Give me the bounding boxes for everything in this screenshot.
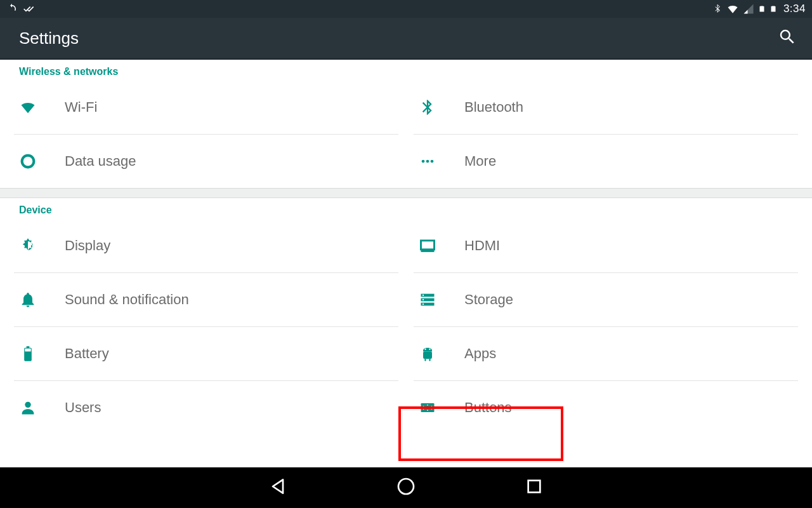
section-divider xyxy=(0,188,812,198)
nav-home-button[interactable] xyxy=(396,476,416,499)
svg-point-20 xyxy=(398,479,414,494)
settings-item-hdmi[interactable]: HDMI xyxy=(414,218,798,272)
svg-point-0 xyxy=(22,156,34,168)
status-bar: 3:34 xyxy=(0,0,812,18)
refresh-icon xyxy=(6,3,18,15)
search-button[interactable] xyxy=(778,27,797,49)
bluetooth-icon xyxy=(419,98,464,116)
double-check-icon xyxy=(23,3,36,15)
apps-icon xyxy=(419,345,464,363)
item-label: Sound & notification xyxy=(65,291,189,308)
users-icon xyxy=(19,399,65,417)
item-label: Display xyxy=(65,237,110,254)
item-label: Buttons xyxy=(464,399,512,416)
section-header-wireless: Wireless & networks xyxy=(0,60,812,80)
data-usage-icon xyxy=(19,152,65,170)
settings-item-sound[interactable]: Sound & notification xyxy=(14,272,398,326)
battery-icon xyxy=(19,345,65,363)
svg-point-9 xyxy=(422,295,424,296)
nav-back-button[interactable] xyxy=(268,476,288,499)
settings-item-storage[interactable]: Storage xyxy=(414,272,798,326)
more-icon xyxy=(419,152,464,170)
cell-signal-icon xyxy=(743,3,754,15)
item-label: More xyxy=(464,153,496,170)
item-label: Wi-Fi xyxy=(65,99,97,116)
svg-point-15 xyxy=(429,349,430,350)
buttons-icon xyxy=(419,399,464,417)
svg-point-2 xyxy=(426,160,429,163)
clock-time: 3:34 xyxy=(783,3,806,15)
wifi-icon xyxy=(19,98,65,116)
settings-item-users[interactable]: Users xyxy=(14,380,398,434)
svg-point-18 xyxy=(25,402,30,408)
svg-rect-21 xyxy=(528,481,540,493)
svg-rect-16 xyxy=(424,359,426,361)
settings-item-display[interactable]: Display xyxy=(14,218,398,272)
bell-icon xyxy=(19,291,65,309)
svg-rect-4 xyxy=(421,240,435,249)
item-label: Battery xyxy=(65,345,109,362)
settings-item-battery[interactable]: Battery xyxy=(14,326,398,380)
hdmi-icon xyxy=(419,237,464,255)
section-header-device: Device xyxy=(0,198,812,218)
item-label: Storage xyxy=(464,291,513,308)
battery-icon-2 xyxy=(769,3,777,15)
settings-item-bluetooth[interactable]: Bluetooth xyxy=(414,80,798,134)
item-label: Users xyxy=(65,399,101,416)
settings-item-more[interactable]: More xyxy=(414,134,798,188)
settings-item-buttons[interactable]: Buttons xyxy=(414,380,798,434)
item-label: Apps xyxy=(464,345,496,362)
item-label: HDMI xyxy=(464,237,500,254)
settings-content: Wireless & networks Wi-Fi Bluetooth Data… xyxy=(0,60,812,434)
app-bar: Settings xyxy=(0,18,812,60)
svg-point-3 xyxy=(431,160,434,163)
bluetooth-status-icon xyxy=(712,4,723,14)
display-icon xyxy=(19,237,65,255)
item-label: Bluetooth xyxy=(464,99,523,116)
svg-rect-17 xyxy=(429,359,430,361)
wifi-status-icon xyxy=(726,3,739,15)
svg-rect-13 xyxy=(423,352,432,359)
page-title: Settings xyxy=(19,29,79,48)
svg-point-1 xyxy=(422,160,425,163)
nav-recent-button[interactable] xyxy=(524,476,544,499)
svg-point-10 xyxy=(422,299,424,300)
settings-item-apps[interactable]: Apps xyxy=(414,326,798,380)
svg-point-14 xyxy=(424,349,426,350)
battery-icon-1 xyxy=(758,3,766,15)
settings-item-wifi[interactable]: Wi-Fi xyxy=(14,80,398,134)
storage-icon xyxy=(419,291,464,309)
svg-rect-12 xyxy=(25,349,30,352)
settings-item-data-usage[interactable]: Data usage xyxy=(14,134,398,188)
svg-point-11 xyxy=(422,304,424,305)
item-label: Data usage xyxy=(65,153,136,170)
navigation-bar xyxy=(0,467,812,508)
